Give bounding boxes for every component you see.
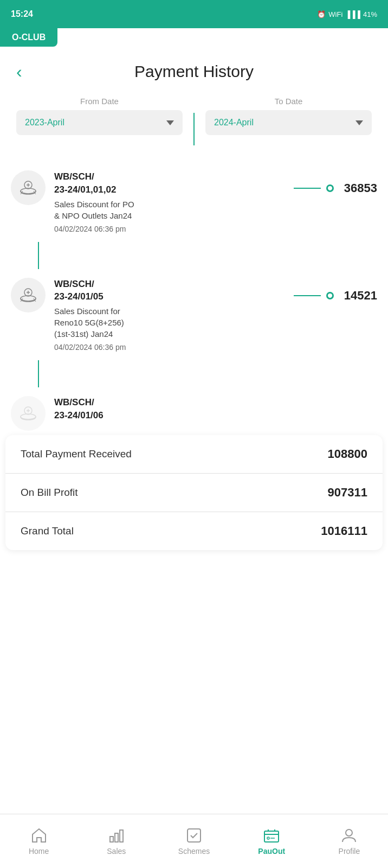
grand-total-label: Grand Total <box>21 525 74 537</box>
status-time: 15:24 <box>11 9 33 19</box>
to-date-label: To Date <box>205 97 372 106</box>
grand-total-value: 1016111 <box>321 524 367 538</box>
from-date-label: From Date <box>16 97 183 106</box>
bottom-nav: Home Sales Schemes PauOut <box>0 814 388 868</box>
nav-item-sales[interactable]: Sales <box>77 827 155 856</box>
profile-icon <box>340 827 358 844</box>
payment-item: WB/SCH/23-24/01,01,02 Sales Discount for… <box>11 162 377 242</box>
nav-label-schemes: Schemes <box>178 847 210 856</box>
to-date-chevron-icon <box>355 120 363 125</box>
from-date-value: 2023-April <box>25 118 64 127</box>
payment-line-2 <box>294 295 321 296</box>
nav-label-profile: Profile <box>339 847 360 856</box>
schemes-icon <box>185 827 203 844</box>
payment-dot-1 <box>326 184 334 192</box>
status-bar: 15:24 ⏰ WiFi ▐▐▐ 41% <box>0 0 388 28</box>
to-date-select[interactable]: 2024-April <box>205 110 372 135</box>
on-bill-profit-label: On Bill Profit <box>21 487 78 499</box>
connector-line-2 <box>38 360 39 387</box>
svg-rect-9 <box>187 829 201 842</box>
total-payment-label: Total Payment Received <box>21 448 132 460</box>
back-button[interactable]: ‹ <box>16 63 22 80</box>
payment-list: WB/SCH/23-24/01,01,02 Sales Discount for… <box>0 162 388 435</box>
on-bill-profit-value: 907311 <box>328 486 367 500</box>
payment-amount-1: 36853 <box>339 181 377 195</box>
payment-amount-wrap-2: 14521 <box>294 289 377 303</box>
nav-label-sales: Sales <box>107 847 126 856</box>
svg-rect-10 <box>264 831 279 842</box>
grand-total-row: Grand Total 1016111 <box>5 512 383 550</box>
payment-amount-wrap-1: 36853 <box>294 181 377 195</box>
payment-icon-3 <box>11 396 46 431</box>
nav-item-home[interactable]: Home <box>0 827 77 856</box>
payment-info-1: WB/SCH/23-24/01,01,02 Sales Discount for… <box>54 170 285 233</box>
payment-code-2: WB/SCH/23-24/01/05 <box>54 278 285 304</box>
from-date-select[interactable]: 2023-April <box>16 110 183 135</box>
svg-rect-6 <box>110 837 113 842</box>
payment-info-3: WB/SCH/23-24/01/06 <box>54 396 377 422</box>
payment-desc-1: Sales Discount for PO& NPO Outlets Jan24 <box>54 199 285 221</box>
from-date-chevron-icon <box>166 120 174 125</box>
payment-date-2: 04/02/2024 06:36 pm <box>54 343 285 352</box>
payment-line-1 <box>294 188 321 189</box>
summary-box: Total Payment Received 108800 On Bill Pr… <box>5 435 383 550</box>
to-date-col: To Date 2024-April <box>205 97 372 135</box>
home-icon <box>30 827 48 844</box>
connector-line-1 <box>38 242 39 269</box>
nav-item-schemes[interactable]: Schemes <box>155 827 232 856</box>
payment-icon-1 <box>11 170 46 205</box>
payment-item-3: WB/SCH/23-24/01/06 <box>11 387 377 435</box>
payment-desc-2: Sales Discount forReno10 5G(8+256)(1st-3… <box>54 305 285 340</box>
payment-code-3: WB/SCH/23-24/01/06 <box>54 396 377 422</box>
nav-label-home: Home <box>29 847 49 856</box>
payment-item-2: WB/SCH/23-24/01/05 Sales Discount forRen… <box>11 269 377 361</box>
svg-rect-8 <box>120 830 123 842</box>
date-divider <box>193 113 195 145</box>
page-header: ‹ Payment History <box>0 47 388 91</box>
payment-code-1: WB/SCH/23-24/01,01,02 <box>54 170 285 196</box>
date-filter: From Date 2023-April To Date 2024-April <box>0 91 388 162</box>
total-payment-row: Total Payment Received 108800 <box>5 435 383 474</box>
alarm-icon: ⏰ <box>317 10 326 18</box>
status-icons: ⏰ WiFi ▐▐▐ 41% <box>317 10 377 18</box>
on-bill-profit-row: On Bill Profit 907311 <box>5 474 383 512</box>
page-title: Payment History <box>134 62 254 81</box>
payment-date-1: 04/02/2024 06:36 pm <box>54 225 285 233</box>
brand-tab: O-CLUB <box>0 28 57 47</box>
signal-icon: ▐▐▐ <box>345 10 360 18</box>
payment-dot-2 <box>326 292 334 299</box>
payment-info-2: WB/SCH/23-24/01/05 Sales Discount forRen… <box>54 278 285 352</box>
nav-label-payout: PauOut <box>258 847 285 856</box>
sales-icon <box>108 827 125 844</box>
payout-icon <box>263 827 280 844</box>
battery-icon: 41% <box>363 10 377 18</box>
wifi-icon: WiFi <box>328 10 342 18</box>
nav-item-profile[interactable]: Profile <box>311 827 388 856</box>
payment-amount-2: 14521 <box>339 289 377 303</box>
nav-item-payout[interactable]: PauOut <box>233 827 311 856</box>
svg-point-12 <box>346 829 352 836</box>
payment-icon-2 <box>11 278 46 312</box>
svg-point-11 <box>267 837 269 839</box>
svg-rect-7 <box>115 833 118 842</box>
total-payment-value: 108800 <box>328 447 367 461</box>
from-date-col: From Date 2023-April <box>16 97 183 135</box>
to-date-value: 2024-April <box>214 118 254 127</box>
